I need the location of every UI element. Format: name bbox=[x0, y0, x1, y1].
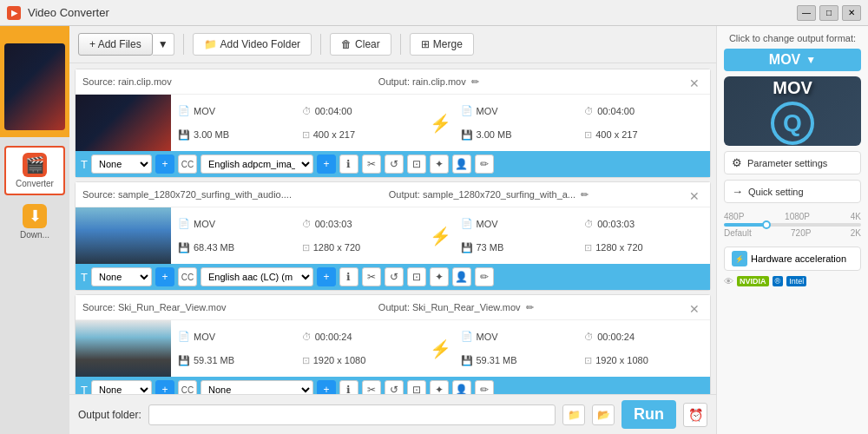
effect-icon-3: T bbox=[81, 384, 88, 395]
rotate-btn-2[interactable]: ↺ bbox=[385, 267, 404, 286]
eye-icon: 👁 bbox=[724, 276, 733, 286]
rotate-btn-3[interactable]: ↺ bbox=[385, 380, 404, 394]
main-content: + Add Files ▼ 📁 Add Video Folder 🗑 Clear… bbox=[69, 26, 716, 434]
add-effect-btn-1[interactable]: + bbox=[155, 155, 174, 174]
alarm-button[interactable]: ⏰ bbox=[683, 403, 707, 427]
slider-defaults: Default 720P 2K bbox=[724, 228, 861, 238]
maximize-button[interactable]: □ bbox=[819, 5, 838, 21]
video-row-1: Source: rain.clip.mov Output: rain.clip.… bbox=[75, 69, 711, 178]
minimize-button[interactable]: — bbox=[797, 5, 816, 21]
quick-icon: → bbox=[732, 185, 743, 198]
add-audio-btn-3[interactable]: + bbox=[317, 380, 336, 394]
out-format-3: MOV bbox=[477, 332, 498, 342]
out-meta-1: 📄MOV ⏱00:04:00 💾3.00 MB ⊡400 x 217 bbox=[454, 95, 711, 151]
settings-icon: ⚙ bbox=[732, 156, 742, 169]
cut-btn-3[interactable]: ✂ bbox=[362, 380, 381, 394]
source-label-1: Source: rain.clip.mov bbox=[82, 76, 172, 87]
hw-acceleration-button[interactable]: ⚡ Hardware acceleration bbox=[724, 247, 861, 271]
close-button[interactable]: ✕ bbox=[842, 5, 861, 21]
source-label-2: Source: sample_1280x720_surfing_with_aud… bbox=[82, 189, 292, 200]
sidebar-item-downloader[interactable]: ⬇ Down... bbox=[4, 199, 65, 245]
effect-btn-1[interactable]: ✦ bbox=[430, 155, 449, 174]
thumbnail-2 bbox=[76, 207, 171, 264]
subtitle-btn-2[interactable]: ✏ bbox=[475, 267, 494, 286]
cut-btn-2[interactable]: ✂ bbox=[362, 267, 381, 286]
src-format-3: MOV bbox=[194, 332, 215, 342]
effect-btn-3[interactable]: ✦ bbox=[430, 380, 449, 394]
output-label-3: Output: Ski_Run_Rear_View.mov ✏ bbox=[378, 302, 534, 313]
src-res-1: 400 x 217 bbox=[313, 129, 355, 140]
add-audio-btn-1[interactable]: + bbox=[317, 155, 336, 174]
merge-button[interactable]: ⊞ Merge bbox=[410, 33, 474, 56]
add-files-arrow-button[interactable]: ▼ bbox=[153, 33, 174, 56]
clear-button[interactable]: 🗑 Clear bbox=[330, 33, 391, 56]
crop-btn-1[interactable]: ⊡ bbox=[407, 155, 426, 174]
effect-select-3[interactable]: None bbox=[91, 380, 152, 394]
watermark-btn-2[interactable]: 👤 bbox=[452, 267, 471, 286]
sidebar-item-converter[interactable]: 🎬 Converter bbox=[4, 146, 65, 195]
add-effect-btn-3[interactable]: + bbox=[155, 380, 174, 394]
add-effect-btn-2[interactable]: + bbox=[155, 267, 174, 286]
toolbar-separator-2 bbox=[320, 34, 321, 55]
run-button[interactable]: Run bbox=[621, 400, 676, 429]
subtitle-btn-1[interactable]: ✏ bbox=[475, 155, 494, 174]
watermark-btn-3[interactable]: 👤 bbox=[452, 380, 471, 394]
video-info-bar-3: Source: Ski_Run_Rear_View.mov Output: Sk… bbox=[76, 295, 710, 320]
quick-setting-button[interactable]: → Quick setting bbox=[724, 180, 861, 203]
watermark-btn-1[interactable]: 👤 bbox=[452, 155, 471, 174]
subtitle-btn-3[interactable]: ✏ bbox=[475, 380, 494, 394]
close-btn-2[interactable]: ✕ bbox=[686, 186, 703, 203]
quicktime-icon: Q bbox=[771, 102, 814, 145]
out-res-1: 400 x 217 bbox=[595, 129, 637, 140]
add-files-button[interactable]: + Add Files bbox=[78, 33, 153, 56]
merge-icon: ⊞ bbox=[421, 38, 430, 50]
src-meta-2: 📄MOV ⏱00:03:03 💾68.43 MB ⊡1280 x 720 bbox=[171, 207, 428, 264]
cc-btn-2[interactable]: CC bbox=[178, 267, 197, 286]
audio-select-1[interactable]: English adpcm_ima_ bbox=[201, 155, 313, 174]
src-meta-1: 📄MOV ⏱00:04:00 💾3.00 MB ⊡400 x 217 bbox=[171, 95, 428, 151]
open-folder-button[interactable]: 📂 bbox=[592, 404, 615, 425]
quick-setting-label: Quick setting bbox=[748, 187, 804, 197]
close-btn-3[interactable]: ✕ bbox=[686, 299, 703, 316]
parameter-settings-button[interactable]: ⚙ Parameter settings bbox=[724, 151, 861, 174]
info-btn-1[interactable]: ℹ bbox=[339, 155, 358, 174]
out-size-3: 59.31 MB bbox=[477, 355, 517, 365]
output-path-input[interactable] bbox=[148, 404, 556, 425]
toolbar-separator-1 bbox=[183, 34, 184, 55]
out-format-1: MOV bbox=[477, 106, 498, 116]
video-info-bar-2: Source: sample_1280x720_surfing_with_aud… bbox=[76, 182, 710, 207]
converter-icon: 🎬 bbox=[23, 153, 47, 177]
cc-btn-1[interactable]: CC bbox=[178, 155, 197, 174]
nvidia-badge: NVIDIA bbox=[737, 276, 769, 286]
rotate-btn-1[interactable]: ↺ bbox=[385, 155, 404, 174]
audio-select-3[interactable]: None bbox=[201, 380, 313, 394]
app-container: 🎬 Converter ⬇ Down... + Add Files ▼ 📁 Ad… bbox=[0, 26, 868, 434]
src-res-2: 1280 x 720 bbox=[313, 242, 360, 253]
controls-bar-2: T None + CC English aac (LC) (m + ℹ ✂ ↺ … bbox=[76, 264, 710, 290]
format-icon-box: MOV Q bbox=[724, 76, 861, 146]
downloader-icon: ⬇ bbox=[23, 204, 47, 228]
browse-folder-button[interactable]: 📁 bbox=[562, 404, 585, 425]
effect-icon-2: T bbox=[81, 271, 88, 284]
effect-select-2[interactable]: None bbox=[91, 267, 152, 286]
info-btn-3[interactable]: ℹ bbox=[339, 380, 358, 394]
add-video-folder-button[interactable]: 📁 Add Video Folder bbox=[193, 33, 312, 56]
crop-btn-3[interactable]: ⊡ bbox=[407, 380, 426, 394]
add-audio-btn-2[interactable]: + bbox=[317, 267, 336, 286]
close-btn-1[interactable]: ✕ bbox=[686, 73, 703, 90]
mov-text-icon: MOV bbox=[773, 78, 812, 98]
effect-select-1[interactable]: None bbox=[91, 155, 152, 174]
info-btn-2[interactable]: ℹ bbox=[339, 267, 358, 286]
effect-btn-2[interactable]: ✦ bbox=[430, 267, 449, 286]
video-row-3: Source: Ski_Run_Rear_View.mov Output: Sk… bbox=[75, 294, 711, 394]
crop-btn-2[interactable]: ⊡ bbox=[407, 267, 426, 286]
out-duration-2: 00:03:03 bbox=[597, 219, 635, 229]
cc-btn-3[interactable]: CC bbox=[178, 380, 197, 394]
intel-badge: Intel bbox=[786, 276, 806, 286]
format-selector[interactable]: MOV ▼ bbox=[724, 49, 861, 71]
cut-btn-1[interactable]: ✂ bbox=[362, 155, 381, 174]
audio-select-2[interactable]: English aac (LC) (m bbox=[201, 267, 313, 286]
output-folder-label: Output folder: bbox=[78, 409, 141, 421]
slider-label-480p: 480P bbox=[724, 212, 744, 221]
slider-track[interactable] bbox=[724, 223, 861, 227]
